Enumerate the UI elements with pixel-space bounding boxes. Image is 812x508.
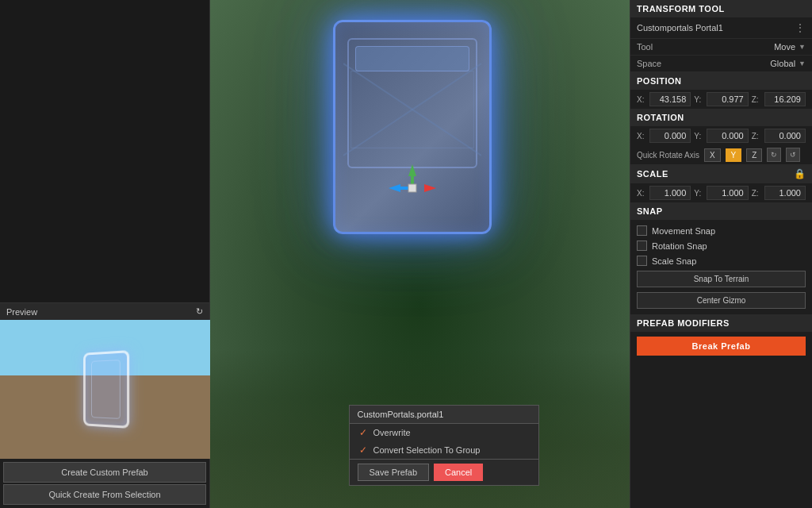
- rot-z-label: Z:: [752, 132, 761, 140]
- center-gizmo-button[interactable]: Center Gizmo: [637, 292, 806, 309]
- scale-z-value[interactable]: 1.000: [764, 186, 806, 200]
- left-panel: Preview ↻ Create Custom Prefab Quick Cre…: [0, 0, 210, 508]
- rot-y-label: Y:: [694, 132, 703, 140]
- preview-header: Preview ↻: [0, 303, 209, 320]
- scale-y-label: Y:: [694, 189, 703, 198]
- scale-header-row: SCALE 🔒: [630, 164, 812, 183]
- scale-header: SCALE: [637, 169, 668, 179]
- space-select[interactable]: Global ▼: [770, 59, 806, 68]
- movement-snap-item[interactable]: Movement Snap: [630, 223, 812, 238]
- position-xyz-row: X: 43.158 Y: 0.977 Z: 16.209: [630, 90, 812, 109]
- svg-rect-7: [408, 184, 416, 192]
- tool-label: Tool: [637, 42, 653, 52]
- convert-to-group-item[interactable]: ✓ Convert Selection To Group: [350, 441, 538, 459]
- rotation-xyz-row: X: 0.000 Y: 0.000 Z: 0.000: [630, 126, 812, 145]
- pos-y-value[interactable]: 0.977: [707, 92, 748, 106]
- space-chevron-icon: ▼: [799, 60, 806, 67]
- snap-section: Movement Snap Rotation Snap Scale Snap S…: [630, 220, 812, 314]
- svg-marker-8: [424, 184, 436, 192]
- tool-value: Move: [774, 42, 795, 52]
- axis-z-button[interactable]: Z: [746, 148, 762, 162]
- axis-x-button[interactable]: X: [704, 148, 721, 162]
- rotation-header: ROTATION: [630, 109, 812, 126]
- svg-marker-3: [408, 164, 416, 176]
- tool-chevron-icon: ▼: [799, 43, 806, 51]
- scale-snap-label: Scale Snap: [652, 256, 696, 266]
- rotation-snap-item[interactable]: Rotation Snap: [630, 238, 812, 253]
- convert-check-icon: ✓: [358, 444, 369, 456]
- movement-snap-label: Movement Snap: [652, 226, 715, 236]
- rotation-snap-checkbox[interactable]: [637, 241, 647, 251]
- context-menu-title: CustomPortals.portal1: [350, 406, 538, 424]
- overwrite-label: Overwrite: [373, 428, 411, 437]
- pos-z-label: Z:: [752, 95, 761, 104]
- preview-canvas: [0, 320, 210, 459]
- scale-x-label: X:: [637, 189, 646, 198]
- rot-y-value[interactable]: 0.000: [707, 129, 748, 143]
- space-label: Space: [637, 59, 661, 68]
- cancel-button[interactable]: Cancel: [434, 464, 483, 481]
- portal-cross-svg: [343, 62, 481, 157]
- scale-y-value[interactable]: 1.000: [707, 186, 748, 200]
- pos-x-label: X:: [637, 95, 646, 104]
- rotation-snap-label: Rotation Snap: [652, 241, 707, 251]
- rot-x-value[interactable]: 0.000: [649, 129, 691, 143]
- scale-x-value[interactable]: 1.000: [649, 186, 691, 200]
- quick-create-button[interactable]: Quick Create From Selection: [3, 484, 206, 505]
- position-header: POSITION: [630, 72, 812, 90]
- snap-header: SNAP: [630, 202, 812, 220]
- pos-x-value[interactable]: 43.158: [649, 92, 691, 106]
- scale-snap-checkbox[interactable]: [637, 256, 647, 266]
- preview-label: Preview: [6, 307, 37, 317]
- pos-z-value[interactable]: 16.209: [764, 92, 806, 106]
- more-options-button[interactable]: ⋮: [795, 21, 806, 34]
- quick-rotate-axis-row: Quick Rotate Axis X Y Z ↻ ↺: [630, 145, 812, 164]
- right-panel: TRANSFORM TOOL Customportals Portal1 ⋮ T…: [630, 0, 812, 508]
- pos-y-label: Y:: [694, 95, 703, 104]
- preview-section: Preview ↻: [0, 302, 209, 459]
- svg-marker-5: [389, 184, 400, 192]
- create-custom-prefab-button[interactable]: Create Custom Prefab: [3, 462, 206, 483]
- context-menu-actions: Save Prefab Cancel: [350, 459, 538, 485]
- movement-snap-checkbox[interactable]: [637, 225, 647, 236]
- scale-z-label: Z:: [752, 189, 761, 198]
- scale-lock-icon[interactable]: 🔒: [794, 168, 806, 179]
- gizmo-arrows: [385, 160, 440, 216]
- rotate-cw-icon[interactable]: ↻: [767, 148, 781, 162]
- overwrite-check-icon: ✓: [358, 427, 369, 438]
- break-prefab-button[interactable]: Break Prefab: [637, 337, 806, 356]
- space-value: Global: [770, 59, 795, 68]
- rotate-ccw-icon[interactable]: ↺: [786, 148, 800, 162]
- left-buttons: Create Custom Prefab Quick Create From S…: [0, 459, 209, 508]
- quick-rotate-axis-label: Quick Rotate Axis: [637, 151, 699, 160]
- rot-x-label: X:: [637, 132, 646, 140]
- preview-portal-object: [83, 350, 129, 429]
- prefab-modifiers-section: Break Prefab: [630, 332, 812, 360]
- snap-to-terrain-button[interactable]: Snap To Terrain: [637, 271, 806, 287]
- viewport[interactable]: CustomPortals.portal1 ✓ Overwrite ✓ Conv…: [210, 0, 630, 508]
- save-prefab-button[interactable]: Save Prefab: [358, 464, 430, 481]
- portal-object[interactable]: [333, 20, 492, 234]
- space-row: Space Global ▼: [630, 56, 812, 72]
- context-menu: CustomPortals.portal1 ✓ Overwrite ✓ Conv…: [349, 405, 539, 486]
- scene-hierarchy: [0, 0, 209, 302]
- object-name-row: Customportals Portal1 ⋮: [630, 17, 812, 39]
- refresh-icon[interactable]: ↻: [196, 306, 203, 317]
- transform-tool-header: TRANSFORM TOOL: [630, 0, 812, 17]
- tool-select[interactable]: Move ▼: [774, 42, 806, 52]
- scale-xyz-row: X: 1.000 Y: 1.000 Z: 1.000: [630, 183, 812, 202]
- tool-row: Tool Move ▼: [630, 39, 812, 56]
- portal-container: [333, 20, 508, 250]
- axis-y-button[interactable]: Y: [726, 148, 742, 162]
- scale-snap-item[interactable]: Scale Snap: [630, 253, 812, 268]
- convert-to-group-label: Convert Selection To Group: [373, 445, 481, 455]
- object-name: Customportals Portal1: [637, 23, 723, 33]
- rot-z-value[interactable]: 0.000: [764, 129, 806, 143]
- overwrite-item[interactable]: ✓ Overwrite: [350, 424, 538, 441]
- prefab-modifiers-header: PREFAB MODIFIERS: [630, 314, 812, 332]
